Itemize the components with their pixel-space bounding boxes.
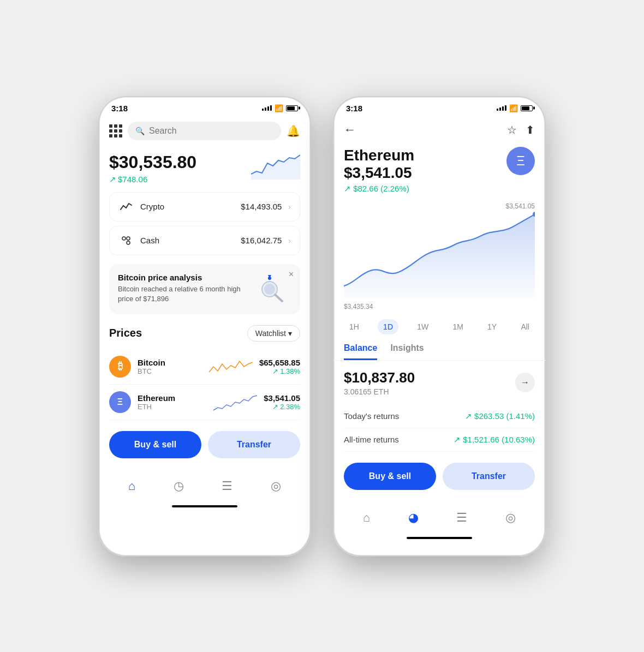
eth-coin-price: $3,541.05 xyxy=(344,164,414,182)
nav-portfolio-2[interactable]: ◕ xyxy=(399,507,427,528)
eth-main-chart xyxy=(344,211,535,298)
buy-sell-button-1[interactable]: Buy & sell xyxy=(109,431,201,458)
chevron-down-icon: ▾ xyxy=(288,329,292,338)
tab-balance[interactable]: Balance xyxy=(344,343,377,360)
up-arrow-2: ↗ xyxy=(344,184,353,193)
asset-crypto-label: Crypto xyxy=(140,202,234,211)
eth-coin-icon: Ξ xyxy=(506,147,535,175)
crypto-row-btc[interactable]: ₿ Bitcoin BTC $65,658.85 ↗ 1.38% xyxy=(109,349,300,385)
star-icon[interactable]: ☆ xyxy=(507,123,517,136)
portfolio-change: ↗ $748.06 xyxy=(109,175,196,184)
bell-icon[interactable]: 🔔 xyxy=(287,124,300,137)
battery-icon-2 xyxy=(521,105,533,111)
search-icon: 🔍 xyxy=(135,127,145,135)
grid-menu-icon[interactable] xyxy=(109,124,122,137)
nav-explore[interactable]: ◎ xyxy=(262,476,290,497)
home-indicator-1 xyxy=(172,505,237,507)
time-all[interactable]: All xyxy=(515,319,535,334)
top-bar: 🔍 🔔 xyxy=(98,117,311,147)
home-icon-2: ⌂ xyxy=(363,511,370,525)
buy-sell-button-2[interactable]: Buy & sell xyxy=(344,463,436,490)
btc-price: $65,658.85 xyxy=(259,358,300,367)
btc-name: Bitcoin xyxy=(138,358,202,367)
insight-title: Bitcoin price analysis xyxy=(118,273,247,282)
cash-category-icon xyxy=(118,233,134,248)
wifi-icon-2: 📶 xyxy=(509,104,518,112)
action-buttons-1: Buy & sell Transfer xyxy=(98,420,311,458)
eth-icon: Ξ xyxy=(109,391,131,413)
share-icon[interactable]: ⬆ xyxy=(526,123,535,136)
today-returns-label: Today's returns xyxy=(344,411,399,421)
time-1m[interactable]: 1M xyxy=(447,319,468,334)
balance-usd: $10,837.80 xyxy=(344,369,415,386)
chart-low-label: $3,435.34 xyxy=(344,303,535,310)
signal-icon-2 xyxy=(497,105,506,111)
time-1d[interactable]: 1D xyxy=(378,319,398,334)
prices-title: Prices xyxy=(109,327,142,339)
close-insight-button[interactable]: × xyxy=(289,270,294,279)
eth-chart-container: $3,541.05 $3,435.34 xyxy=(333,194,546,315)
balance-detail-button[interactable]: → xyxy=(515,373,535,392)
insight-image xyxy=(253,273,291,306)
signal-icon xyxy=(262,105,272,111)
pie-icon: ◕ xyxy=(408,511,419,525)
btc-icon: ₿ xyxy=(109,356,131,378)
portfolio-total: $30,535.80 xyxy=(109,152,196,172)
search-input[interactable] xyxy=(149,126,273,136)
asset-row-crypto[interactable]: Crypto $14,493.05 › xyxy=(109,192,300,222)
bottom-nav-1: ⌂ ◷ ☰ ◎ xyxy=(98,467,311,501)
portfolio-mini-chart xyxy=(251,152,300,180)
nav-explore-2[interactable]: ◎ xyxy=(497,507,524,528)
time-1y[interactable]: 1Y xyxy=(482,319,502,334)
chart-high-label: $3,541.05 xyxy=(344,202,535,210)
portfolio-section: $30,535.80 ↗ $748.06 xyxy=(98,147,311,184)
tab-insights[interactable]: Insights xyxy=(390,343,424,360)
eth-title-section: Ethereum $3,541.05 ↗ $82.66 (2.26%) Ξ xyxy=(333,145,546,194)
status-icons-1: 📶 xyxy=(262,104,298,112)
transfer-button-2[interactable]: Transfer xyxy=(443,463,535,490)
status-icons-2: 📶 xyxy=(497,104,533,112)
alltime-returns-label: All-time returns xyxy=(344,435,399,444)
nav-portfolio[interactable]: ◷ xyxy=(165,476,193,497)
time-1h[interactable]: 1H xyxy=(344,319,365,334)
compass-icon: ◎ xyxy=(271,479,281,493)
eth-nav-bar: ← ☆ ⬆ xyxy=(333,117,546,145)
balance-section: $10,837.80 3.06165 ETH → xyxy=(333,361,546,396)
detail-tabs: Balance Insights xyxy=(333,339,546,361)
list-icon-2: ☰ xyxy=(456,511,467,525)
time-filter-bar: 1H 1D 1W 1M 1Y All xyxy=(333,315,546,339)
alltime-returns-row: All-time returns ↗ $1,521.66 (10.63%) xyxy=(344,428,535,452)
magnifier-illustration xyxy=(256,273,289,306)
eth-price-1: $3,541.05 xyxy=(264,393,300,403)
chevron-right-icon: › xyxy=(288,202,291,211)
eth-name: Ethereum xyxy=(138,393,207,403)
action-buttons-2: Buy & sell Transfer xyxy=(333,452,546,490)
svg-point-7 xyxy=(268,277,271,280)
clock-icon: ◷ xyxy=(174,479,184,493)
status-bar-2: 3:18 📶 xyxy=(333,96,546,117)
watchlist-button[interactable]: Watchlist ▾ xyxy=(247,325,300,342)
eth-coin-name: Ethereum xyxy=(344,147,414,164)
crypto-row-eth[interactable]: Ξ Ethereum ETH $3,541.05 ↗ 2.38% xyxy=(109,385,300,420)
asset-row-cash[interactable]: Cash $16,042.75 › xyxy=(109,226,300,255)
nav-home[interactable]: ⌂ xyxy=(120,476,144,497)
btc-change: ↗ 1.38% xyxy=(259,367,300,375)
phone-1: 3:18 📶 🔍 xyxy=(98,96,311,557)
wifi-icon: 📶 xyxy=(275,104,283,112)
nav-activity[interactable]: ☰ xyxy=(213,476,241,497)
prices-section: Prices Watchlist ▾ ₿ Bitcoin BTC xyxy=(98,314,311,420)
nav-home-2[interactable]: ⌂ xyxy=(354,507,379,528)
battery-icon xyxy=(286,105,298,111)
list-icon: ☰ xyxy=(222,479,232,493)
nav-activity-2[interactable]: ☰ xyxy=(448,507,476,528)
balance-eth: 3.06165 ETH xyxy=(344,387,415,396)
home-indicator-2 xyxy=(407,537,472,539)
search-bar[interactable]: 🔍 xyxy=(128,122,281,140)
returns-section: Today's returns ↗ $263.53 (1.41%) All-ti… xyxy=(333,396,546,452)
transfer-button-1[interactable]: Transfer xyxy=(208,431,300,458)
btc-symbol: BTC xyxy=(138,367,202,375)
back-button[interactable]: ← xyxy=(344,123,356,137)
time-1w[interactable]: 1W xyxy=(412,319,434,334)
phone-2: 3:18 📶 ← ☆ ⬆ xyxy=(333,96,546,557)
alltime-returns-value: ↗ $1,521.66 (10.63%) xyxy=(454,435,535,445)
